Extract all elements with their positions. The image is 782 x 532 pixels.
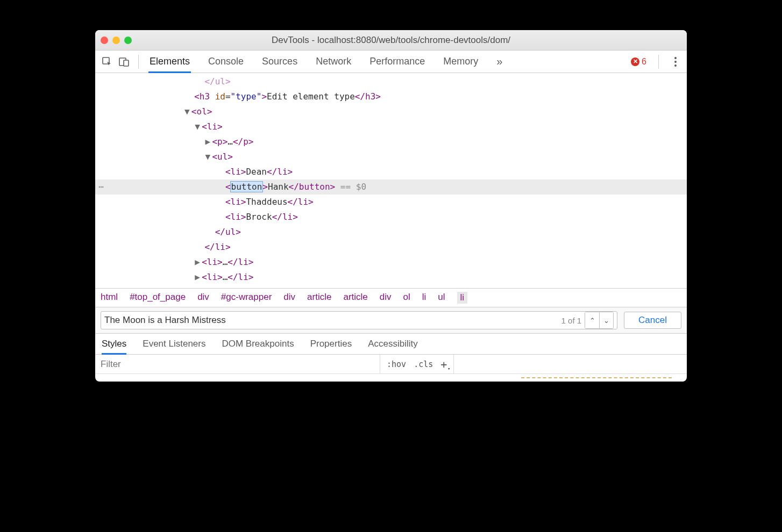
dom-node[interactable]: ▶<li>…</li> [95,270,687,285]
search-prev-icon[interactable]: ⌃ [585,312,599,328]
dom-node[interactable]: <h3 id="type">Edit element type</h3> [95,89,687,104]
crumb-item[interactable]: ol [403,292,410,304]
new-style-rule-icon[interactable]: +▾ [440,358,447,371]
subtab-accessibility[interactable]: Accessibility [368,339,418,349]
dom-node[interactable]: ▶<li>…</li> [95,255,687,270]
crumb-item-current[interactable]: li [457,292,468,304]
hov-toggle[interactable]: :hov [387,360,406,369]
breadcrumb: html #top_of_page div #gc-wrapper div ar… [95,288,687,307]
cancel-button[interactable]: Cancel [624,312,681,329]
dom-node[interactable]: <li>Brock</li> [95,210,687,225]
cls-toggle[interactable]: .cls [414,360,433,369]
device-toolbar-icon[interactable] [117,54,132,69]
crumb-item[interactable]: ul [438,292,445,304]
tab-elements[interactable]: Elements [148,51,191,73]
close-window-icon[interactable] [101,37,108,44]
traffic-lights [101,37,132,44]
crumb-item[interactable]: article [343,292,367,304]
dom-node-selected[interactable]: <button>Hank</button> == $0 [95,179,687,195]
tab-sources[interactable]: Sources [261,51,298,73]
dom-node[interactable]: ▼<ol> [95,104,687,119]
dom-node[interactable]: </li> [95,240,687,255]
svg-rect-2 [124,60,129,66]
crumb-item[interactable]: div [283,292,295,304]
styles-filter-row: :hov .cls +▾ [95,355,687,374]
panel-tabs: Elements Console Sources Network Perform… [148,50,629,73]
dom-node[interactable]: </ul> [95,225,687,240]
dom-node[interactable]: </ul> [95,74,687,89]
dom-node[interactable]: <li>Thaddeus</li> [95,195,687,210]
dom-node[interactable]: </ol> [95,285,687,288]
subtab-dom-breakpoints[interactable]: DOM Breakpoints [222,339,294,349]
tab-overflow[interactable]: » [495,50,503,73]
tab-performance[interactable]: Performance [368,51,426,73]
crumb-item[interactable]: div [380,292,392,304]
inspect-element-icon[interactable] [99,54,115,69]
subtab-styles[interactable]: Styles [102,339,126,349]
subtab-properties[interactable]: Properties [310,339,352,349]
tag-edit-input[interactable]: button [231,182,263,192]
window-title: DevTools - localhost:8080/web/tools/chro… [95,35,687,46]
error-count: 6 [642,57,646,67]
titlebar: DevTools - localhost:8080/web/tools/chro… [95,30,687,51]
search-box: 1 of 1 ⌃ ⌄ [101,311,617,329]
tab-network[interactable]: Network [315,51,352,73]
main-toolbar: Elements Console Sources Network Perform… [95,51,687,73]
search-match-count: 1 of 1 [561,316,582,325]
dom-node[interactable]: ▼<li> [95,119,687,134]
crumb-item[interactable]: article [307,292,331,304]
zoom-window-icon[interactable] [124,37,132,44]
devtools-window: DevTools - localhost:8080/web/tools/chro… [95,30,687,382]
box-model-fragment [521,377,672,379]
tab-memory[interactable]: Memory [442,51,479,73]
search-next-icon[interactable]: ⌄ [599,312,613,328]
dom-node[interactable]: ▼<ul> [95,149,687,164]
dom-tree[interactable]: </ul> <h3 id="type">Edit element type</h… [95,73,687,288]
crumb-item[interactable]: div [197,292,209,304]
tab-console[interactable]: Console [207,51,245,73]
subtab-event-listeners[interactable]: Event Listeners [143,339,205,349]
dom-node[interactable]: <li>Dean</li> [95,164,687,179]
minimize-window-icon[interactable] [112,37,120,44]
bottom-edge [95,374,687,382]
styles-subtabs: Styles Event Listeners DOM Breakpoints P… [95,333,687,355]
error-badge[interactable]: ✕ 6 [631,57,646,67]
settings-menu-icon[interactable] [671,57,680,67]
error-icon: ✕ [631,57,639,66]
search-input[interactable] [104,315,558,326]
crumb-item[interactable]: #gc-wrapper [221,292,272,304]
crumb-item[interactable]: html [101,292,118,304]
search-bar: 1 of 1 ⌃ ⌄ Cancel [95,307,687,333]
dom-node[interactable]: ▶<p>…</p> [95,134,687,149]
styles-filter-input[interactable] [95,359,380,370]
crumb-item[interactable]: #top_of_page [130,292,186,304]
crumb-item[interactable]: li [422,292,426,304]
